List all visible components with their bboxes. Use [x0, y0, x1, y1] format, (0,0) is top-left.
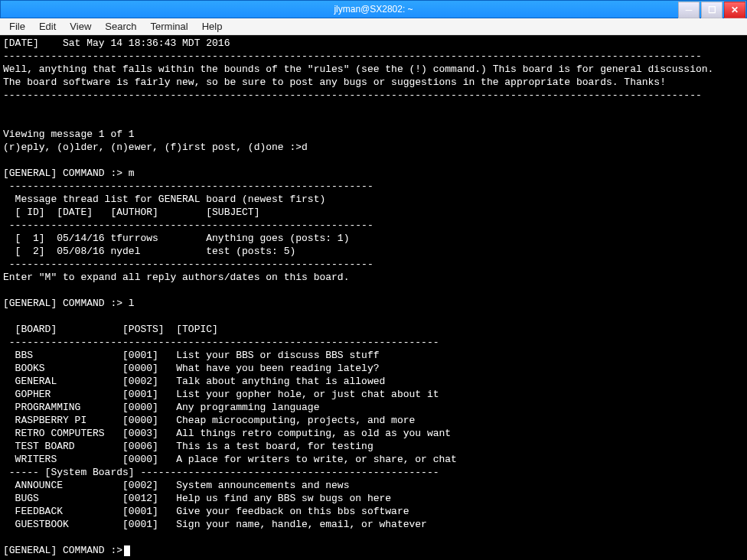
menu-search[interactable]: Search [99, 19, 142, 34]
menubar: File Edit View Search Terminal Help [0, 18, 747, 35]
board-row: TEST BOARD [0006] This is a test board, … [3, 441, 374, 452]
titlebar[interactable]: jlyman@SX2802: ~ ─ ☐ ✕ [0, 0, 747, 18]
board-row: GENERAL [0002] Talk about anything that … [3, 376, 385, 387]
board-row: RETRO COMPUTERS [0003] All things retro … [3, 428, 451, 439]
message-body-line: The board software is fairly new, so be … [3, 77, 666, 88]
board-row: BBS [0001] List your BBS or discuss BBS … [3, 350, 379, 361]
cursor-block [124, 545, 130, 556]
menu-help[interactable]: Help [196, 19, 229, 34]
maximize-button[interactable]: ☐ [701, 2, 723, 18]
board-row: GOPHER [0001] List your gopher hole, or … [3, 389, 439, 400]
window-frame: jlyman@SX2802: ~ ─ ☐ ✕ File Edit View Se… [0, 0, 747, 560]
divider: ----------------------------------------… [3, 259, 374, 270]
thread-list-title: Message thread list for GENERAL board (n… [3, 194, 325, 205]
terminal-viewport[interactable]: [DATE] Sat May 14 18:36:43 MDT 2016 ----… [0, 35, 747, 560]
board-row: ANNOUNCE [0002] System announcements and… [3, 480, 349, 491]
system-boards-divider: ----- [System Boards] ------------------… [3, 467, 439, 478]
divider: ----------------------------------------… [3, 337, 439, 348]
menu-edit[interactable]: Edit [33, 19, 62, 34]
expand-hint: Enter "M" to expand all reply authors/da… [3, 272, 349, 283]
divider: ----------------------------------------… [3, 50, 702, 62]
minimize-button[interactable]: ─ [678, 2, 700, 18]
command-prompt: [GENERAL] COMMAND :> [3, 545, 122, 556]
board-row: RASPBERRY PI [0000] Cheap microcomputing… [3, 415, 415, 426]
board-row: FEEDBACK [0001] Give your feedback on th… [3, 506, 409, 517]
date-line: [DATE] Sat May 14 18:36:43 MDT 2016 [3, 37, 230, 49]
window-controls: ─ ☐ ✕ [677, 1, 746, 18]
viewing-msg: Viewing message 1 of 1 [3, 129, 135, 140]
board-row: GUESTBOOK [0001] Sign your name, handle,… [3, 519, 427, 530]
message-body-line: Well, anything that falls within the bou… [3, 63, 713, 75]
thread-row: [ 1] 05/14/16 tfurrows Anything goes (po… [3, 233, 349, 244]
command-prompt: [GENERAL] COMMAND :> m [3, 168, 135, 179]
command-prompt: [GENERAL] COMMAND :> l [3, 298, 135, 309]
board-list-header: [BOARD] [POSTS] [TOPIC] [3, 324, 218, 335]
thread-list-header: [ ID] [DATE] [AUTHOR] [SUBJECT] [3, 207, 259, 218]
board-row: PROGRAMMING [0000] Any programming langu… [3, 402, 319, 413]
divider: ----------------------------------------… [3, 220, 374, 231]
divider: ----------------------------------------… [3, 90, 702, 101]
thread-row: [ 2] 05/08/16 nydel test (posts: 5) [3, 246, 295, 257]
divider: ----------------------------------------… [3, 181, 374, 192]
menu-file[interactable]: File [3, 19, 31, 34]
board-row: BUGS [0012] Help us find any BBS sw bugs… [3, 493, 391, 504]
window-title: jlyman@SX2802: ~ [1, 4, 746, 15]
nav-prompt: (r)eply, (o)lder, (n)ewer, (f)irst post,… [3, 142, 308, 153]
menu-view[interactable]: View [64, 19, 97, 34]
board-row: WRITERS [0000] A place for writers to wr… [3, 454, 457, 465]
close-button[interactable]: ✕ [724, 2, 745, 18]
board-row: BOOKS [0000] What have you been reading … [3, 363, 379, 374]
menu-terminal[interactable]: Terminal [145, 19, 194, 34]
